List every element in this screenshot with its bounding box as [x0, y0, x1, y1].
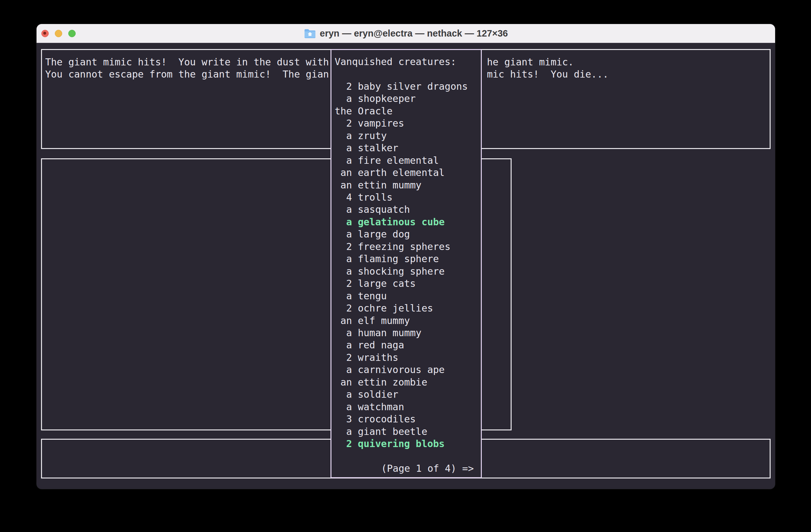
vanquished-entry: a flaming sphere — [335, 253, 481, 265]
close-button[interactable] — [41, 30, 49, 37]
terminal-content[interactable]: The giant mimic hits! You write in the d… — [36, 43, 775, 489]
minimize-button[interactable] — [55, 30, 62, 37]
vanquished-entry: 2 wraiths — [335, 351, 481, 364]
page-indicator: (Page 1 of 4) => — [381, 463, 481, 475]
vanquished-entry: a soldier — [335, 388, 481, 401]
vanquished-entry: a stalker — [335, 142, 481, 154]
titlebar[interactable]: eryn — eryn@electra — nethack — 127×36 — [36, 24, 775, 43]
window-controls — [41, 24, 76, 43]
window-title: eryn — eryn@electra — nethack — 127×36 — [304, 28, 508, 39]
vanquished-entry: 2 freezing spheres — [335, 241, 481, 253]
vanquished-entry: a large dog — [335, 228, 481, 240]
vanquished-entry: a red naga — [335, 339, 481, 351]
vanquished-entry: 4 trolls — [335, 191, 481, 204]
vanquished-entry: a shopkeeper — [335, 93, 481, 105]
message-line-1-right: he giant mimic. — [487, 56, 574, 68]
vanquished-entry: a human mummy — [335, 327, 481, 339]
vanquished-entry: a carnivorous ape — [335, 364, 481, 376]
zoom-button[interactable] — [68, 30, 76, 37]
message-line-2-left: You cannot escape from the giant mimic! … — [45, 68, 329, 80]
vanquished-panel: Vanquished creatures: 2 baby silver drag… — [331, 49, 482, 478]
window-title-text: eryn — eryn@electra — nethack — 127×36 — [320, 28, 508, 39]
vanquished-entry: a giant beetle — [335, 426, 481, 438]
vanquished-entry: a zruty — [335, 130, 481, 142]
vanquished-entry: 2 vampires — [335, 117, 481, 129]
vanquished-entry: 3 crocodiles — [335, 413, 481, 425]
vanquished-entry: 2 large cats — [335, 278, 481, 290]
vanquished-list: 2 baby silver dragons a shopkeeperthe Or… — [335, 80, 481, 450]
vanquished-entry: 2 baby silver dragons — [335, 80, 481, 93]
vanquished-entry: an ettin mummy — [335, 179, 481, 191]
vanquished-entry: a gelatinous cube — [335, 216, 481, 228]
message-line-1-left: The giant mimic hits! You write in the d… — [45, 56, 329, 68]
home-folder-icon — [304, 28, 316, 38]
vanquished-entry: a tengu — [335, 290, 481, 302]
vanquished-entry: a watchman — [335, 401, 481, 413]
vanquished-entry: 2 ochre jellies — [335, 302, 481, 314]
vanquished-entry: a sasquatch — [335, 204, 481, 216]
vanquished-entry: an earth elemental — [335, 167, 481, 179]
vanquished-entry: a shocking sphere — [335, 265, 481, 278]
terminal-window: eryn — eryn@electra — nethack — 127×36 T… — [36, 24, 775, 489]
panel-title: Vanquished creatures: — [335, 56, 481, 68]
vanquished-entry: an ettin zombie — [335, 376, 481, 388]
vanquished-entry: a fire elemental — [335, 155, 481, 167]
message-line-2-right: mic hits! You die... — [487, 68, 608, 80]
vanquished-entry: an elf mummy — [335, 315, 481, 327]
vanquished-entry: the Oracle — [335, 105, 481, 117]
vanquished-entry: 2 quivering blobs — [335, 438, 481, 450]
